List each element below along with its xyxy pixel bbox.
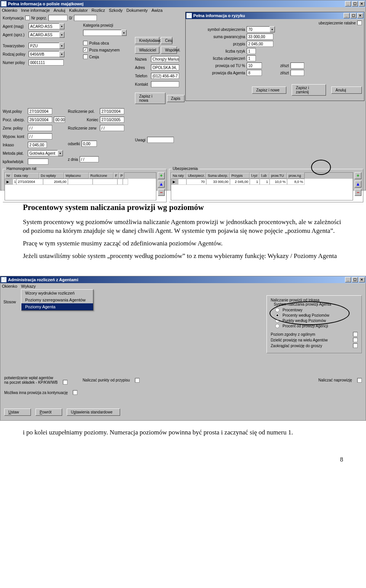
radio-proc-agencji[interactable]: [275, 324, 279, 328]
menu-item-poziomy-agenta[interactable]: Poziomy Agenta: [21, 303, 93, 310]
liczba-ryzyk-field[interactable]: 1: [247, 48, 256, 54]
polisa-obca-checkbox[interactable]: [83, 41, 88, 45]
cesja-checkbox[interactable]: [83, 54, 88, 59]
menu-okienko[interactable]: Okienko: [2, 284, 17, 288]
menu-kalkulator[interactable]: Kalkulator: [69, 8, 88, 13]
wypow-field[interactable]: / /: [28, 133, 52, 139]
up-icon[interactable]: ▲: [158, 181, 165, 187]
menu-inne[interactable]: Inne informacje: [21, 8, 50, 13]
nrpoprz-field2[interactable]: [74, 15, 97, 21]
radio-proc-poziom[interactable]: [275, 313, 279, 317]
plus-icon[interactable]: +: [158, 172, 165, 179]
ustaw-button[interactable]: Ustaw: [4, 409, 31, 416]
z-dnia-field[interactable]: / /: [80, 156, 99, 162]
harm-grid[interactable]: Nr Data raty Do wpłaty Wpłacono Rozliczo…: [5, 172, 156, 200]
rozl-zerw-field[interactable]: / /: [100, 125, 124, 131]
towarzystwo-combo[interactable]: PZU▼: [29, 43, 64, 49]
prow-tu-field[interactable]: 10: [247, 62, 262, 69]
zapisz-nowe-button[interactable]: Zapisz i nowe: [252, 87, 286, 94]
wyst-field[interactable]: 27/10/2004: [28, 108, 52, 114]
nazwa-field[interactable]: Chorąży Marius: [151, 56, 179, 62]
symbol-combo[interactable]: 70▼: [247, 26, 275, 32]
kp-field[interactable]: [28, 159, 48, 165]
dzielic-checkbox[interactable]: [353, 338, 358, 342]
koniec-field[interactable]: 27/10/2005: [100, 117, 124, 123]
agent-sprz-combo[interactable]: ACARD-ASS▼: [29, 32, 64, 38]
menu-okienko[interactable]: Okienko: [2, 8, 17, 13]
kontakt-field[interactable]: [151, 81, 179, 87]
up-icon[interactable]: ▲: [355, 181, 361, 187]
przypis-field[interactable]: 2 045,00: [247, 41, 273, 47]
naliczac-punkty-checkbox[interactable]: [135, 378, 140, 383]
menu-dokumenty[interactable]: Dokumenty: [127, 8, 148, 13]
wspolwl-button[interactable]: Współwł.: [161, 46, 177, 54]
numer-field[interactable]: 0001111: [29, 59, 64, 66]
poziom-zgodny-checkbox[interactable]: [353, 332, 358, 336]
poza-mag-checkbox[interactable]: ✓: [83, 48, 88, 52]
doc-text-2: i po kolei uzupełniamy poziomy. Numeracj…: [0, 421, 366, 452]
close-icon[interactable]: ✕: [359, 1, 365, 6]
close-icon[interactable]: ✕: [359, 277, 365, 282]
menu-awiza[interactable]: Awiza: [151, 8, 162, 13]
ubez-row[interactable]: ▶ 70 33 000,00 2 045,00 1 1 10,0 % 8,0 %: [171, 179, 353, 185]
maximize-icon[interactable]: ☐: [350, 13, 356, 18]
ubez-ratalne-checkbox[interactable]: [357, 21, 362, 25]
pocz-time-field[interactable]: 00:00: [54, 117, 65, 123]
zapisz-nowa-button[interactable]: Zapisz i nowa: [135, 93, 165, 104]
prow-ag-zl-field[interactable]: [291, 70, 304, 76]
ust-std-button[interactable]: Ustawienia standardowe: [67, 409, 120, 416]
maximize-icon[interactable]: ☐: [352, 277, 358, 282]
numer-label: Numer polisy: [3, 61, 27, 65]
minus-icon[interactable]: −: [355, 189, 361, 196]
nrpoprz-field1[interactable]: [48, 15, 67, 21]
uwagi-field[interactable]: [147, 137, 174, 143]
menu-szkody[interactable]: Szkody: [109, 8, 123, 13]
na-poczet-checkbox[interactable]: [63, 380, 67, 385]
plus-icon[interactable]: +: [355, 172, 361, 179]
wlasciciel-button[interactable]: Właściciel: [135, 46, 159, 54]
minimize-icon[interactable]: _: [345, 1, 351, 6]
rodzaj-combo[interactable]: 6456/I/B▼: [29, 51, 64, 57]
prow-tu-zl-field[interactable]: [291, 62, 304, 69]
odsetki-field[interactable]: 0,00: [82, 141, 97, 147]
zapis-button[interactable]: Zapis: [167, 95, 185, 102]
pocz-field[interactable]: 28/10/2004: [28, 117, 52, 123]
prow-ag-field[interactable]: 8: [247, 70, 262, 76]
naliczac-napr-checkbox[interactable]: [357, 378, 362, 383]
telefon-field[interactable]: (012) 456-48-7: [151, 73, 179, 79]
inkaso-field[interactable]: 2 045,00: [28, 142, 47, 148]
menu-wykazy[interactable]: Wykazy: [21, 284, 35, 288]
menu-rozlicz[interactable]: Rozlicz: [92, 8, 105, 13]
adres-field[interactable]: OPOLSKA 34,: [151, 64, 179, 70]
suma-field[interactable]: 33 000,00: [247, 34, 273, 40]
close-icon[interactable]: ✕: [357, 13, 363, 18]
maximize-icon[interactable]: ☐: [352, 1, 358, 6]
settings-panel: Naliczanie prowizji od inkasa System nal…: [266, 295, 362, 353]
harm-col-data: Data raty: [13, 173, 39, 179]
ubez-grid[interactable]: Na raty Ubezpiecz. Suma ubezp. Przypis l…: [171, 172, 353, 200]
anuluj-button[interactable]: Anuluj: [331, 87, 362, 94]
harm-row[interactable]: ▶ 1 27/10/2004 2045,00: [5, 179, 156, 185]
window2-title: Pełna informacja o ryzyku: [193, 13, 245, 18]
mozliwa-checkbox[interactable]: [73, 390, 77, 395]
radio-punkty-poziom[interactable]: [275, 319, 279, 323]
minimize-icon[interactable]: _: [345, 277, 351, 282]
zapisz-zamknij-button[interactable]: Zapisz i zamknij: [292, 84, 326, 96]
kategoria-combo[interactable]: ▼: [83, 30, 127, 36]
cesj-button[interactable]: Cesj: [161, 37, 172, 44]
menu-anuluj[interactable]: Anuluj: [54, 8, 66, 13]
liczba-ubez-field[interactable]: 1: [247, 55, 256, 61]
minimize-icon[interactable]: _: [344, 13, 350, 18]
minus-icon[interactable]: −: [158, 189, 165, 196]
radio-procentowy[interactable]: [275, 308, 279, 312]
menu-item-wzory[interactable]: Wzory wydruków rozliczeń: [21, 290, 93, 296]
zerw-field[interactable]: / /: [28, 125, 52, 131]
kredytodawca-button[interactable]: Kredytodawca: [135, 37, 159, 44]
menu-item-poziomy-szer[interactable]: Poziomy szeregowania Agentów: [21, 296, 93, 303]
metoda-combo[interactable]: Gotówka Agent▼: [28, 150, 63, 156]
kontynuacja-checkbox[interactable]: [25, 16, 30, 20]
agent-mag-combo[interactable]: ACARD-ASS▼: [29, 23, 64, 29]
zaokr-checkbox[interactable]: [353, 343, 358, 348]
powrot-button[interactable]: Powrót: [35, 409, 62, 416]
rozl-pol-field[interactable]: 27/10/2004: [100, 108, 124, 114]
